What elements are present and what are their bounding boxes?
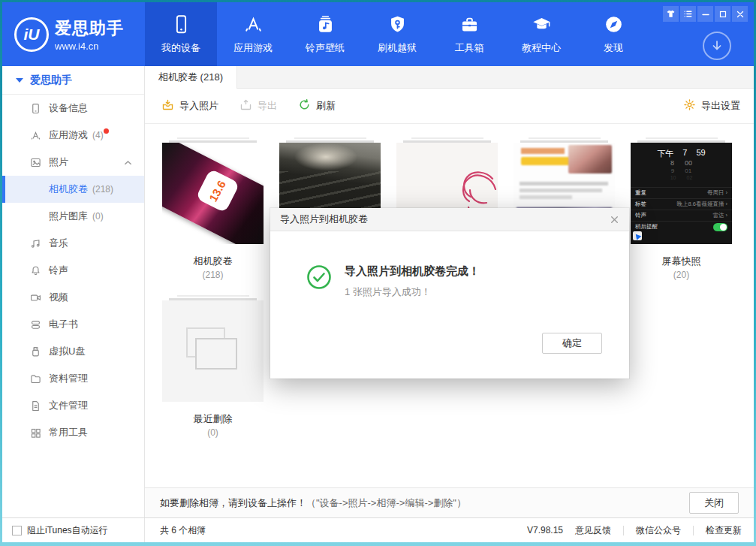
album-recently-deleted[interactable]: 最近删除 (0) [162, 295, 264, 438]
sidebar-item-ringtones[interactable]: 铃声 [2, 257, 144, 284]
status-bar: 阻止iTunes自动运行 共 6 个相簿 V7.98.15 意见反馈 微信公众号… [2, 517, 754, 542]
article-art [568, 145, 612, 173]
nav-discover[interactable]: 发现 [577, 2, 649, 66]
nav-tutorials[interactable]: 教程中心 [505, 2, 577, 66]
sidebar-item-apps-games[interactable]: 应用游戏 (4) [2, 122, 144, 149]
export-button[interactable]: 导出 [239, 98, 277, 113]
sidebar-device-name: 爱思助手 [30, 74, 72, 87]
refresh-label: 刷新 [316, 99, 336, 113]
album-stack-line [294, 137, 366, 139]
notice-close-button[interactable]: 关闭 [689, 492, 739, 514]
app-url: www.i4.cn [55, 41, 124, 52]
nav-label: 应用游戏 [233, 41, 273, 55]
block-itunes-checkbox[interactable]: 阻止iTunes自动运行 [2, 518, 145, 542]
dialog-close-icon[interactable] [610, 215, 619, 225]
sidebar-item-common-tools[interactable]: 常用工具 [2, 419, 144, 446]
sidebar-item-label: 照片图库 [49, 210, 88, 223]
sidebar-item-ebooks[interactable]: 电子书 [2, 311, 144, 338]
dialog-body: 导入照片到相机胶卷完成！ 1 张照片导入成功！ [270, 231, 629, 379]
wechat-link[interactable]: 微信公众号 [636, 524, 681, 537]
tshirt-theme-icon[interactable] [663, 6, 679, 22]
menu-list-icon[interactable] [680, 6, 696, 22]
sidebar-device-header[interactable]: 爱思助手 [2, 66, 144, 95]
sidebar-item-label: 铃声 [49, 264, 68, 277]
nav-label: 刷机越狱 [378, 41, 417, 55]
sidebar-item-photos[interactable]: 照片 [2, 149, 144, 176]
green-check-circle-icon [306, 264, 332, 379]
checkbox-unchecked-icon[interactable] [12, 526, 22, 535]
album-name: 屏幕快照 [631, 255, 732, 266]
sidebar-item-label: 电子书 [49, 318, 78, 331]
sidebar-item-label: 文件管理 [49, 399, 88, 412]
grid-tools-icon [30, 427, 42, 439]
album-screenshots[interactable]: 下午759 800 901 1002 重复每周日 › 标签晚上8.6看薇娅直播 … [631, 137, 732, 280]
nav-my-device[interactable]: 我的设备 [145, 2, 217, 66]
app-window: iU 爱思助手 www.i4.cn 我的设备 应用游戏 [0, 0, 756, 546]
article-art [520, 195, 572, 199]
sidebar-item-count: (0) [92, 211, 104, 222]
sidebar-item-count: (4) [92, 130, 104, 140]
sidebar-item-file-management[interactable]: 文件管理 [2, 392, 144, 419]
album-cover-ios-phone: 13.6 [162, 143, 264, 244]
sidebar-item-label: 虚拟U盘 [49, 345, 85, 358]
sidebar-item-virtual-usb[interactable]: 虚拟U盘 [2, 338, 144, 365]
dialog-title: 导入照片到相机胶卷 [280, 213, 368, 226]
smartphone-icon [171, 14, 191, 35]
sidebar-item-data-management[interactable]: 资料管理 [2, 365, 144, 392]
header: iU 爱思助手 www.i4.cn 我的设备 应用游戏 [2, 2, 754, 66]
feedback-link[interactable]: 意见反馈 [575, 524, 611, 537]
export-settings-label: 导出设置 [701, 99, 740, 113]
notification-badge [104, 128, 109, 134]
sidebar-item-label: 相机胶卷 [49, 183, 88, 196]
sidebar-item-label: 常用工具 [49, 426, 88, 439]
video-icon [30, 292, 42, 303]
album-count: (20) [631, 270, 732, 280]
nav-apps-games[interactable]: 应用游戏 [217, 2, 289, 66]
sidebar-item-count: (218) [92, 184, 113, 195]
window-controls [663, 6, 748, 22]
dialog-message: 导入照片到相机胶卷完成！ [345, 264, 480, 279]
album-name: 相机胶卷 [162, 255, 264, 266]
sidebar-item-videos[interactable]: 视频 [2, 284, 144, 311]
folder-icon [30, 373, 42, 385]
album-stack-line [529, 137, 601, 139]
minimize-icon[interactable] [697, 6, 713, 22]
version-label: V7.98.15 [527, 525, 563, 535]
sidebar-item-music[interactable]: 音乐 [2, 230, 144, 257]
sidebar-item-camera-roll[interactable]: 相机胶卷 (218) [2, 176, 144, 203]
export-label: 导出 [258, 99, 277, 113]
dialog-header: 导入照片到相机胶卷 [270, 208, 629, 231]
nav-ringtones-wallpapers[interactable]: 铃声壁纸 [289, 2, 361, 66]
album-cover-alarm-screenshot: 下午759 800 901 1002 重复每周日 › 标签晚上8.6看薇娅直播 … [631, 143, 732, 244]
sidebar-item-photo-library[interactable]: 照片图库 (0) [2, 203, 144, 230]
nav-label: 铃声壁纸 [306, 41, 345, 55]
compass-icon [604, 14, 624, 35]
shield-key-icon [387, 14, 408, 35]
tab-camera-roll[interactable]: 相机胶卷 (218) [145, 66, 237, 89]
dialog-detail: 1 张照片导入成功！ [345, 285, 480, 299]
appstore-icon [30, 130, 42, 141]
divider [623, 526, 624, 535]
album-count: (218) [162, 270, 264, 280]
nav-flash-jailbreak[interactable]: 刷机越狱 [361, 2, 433, 66]
import-photos-button[interactable]: 导入照片 [161, 98, 218, 113]
article-art [521, 157, 571, 165]
toolbox-icon [459, 14, 480, 35]
album-stack-line [177, 295, 249, 297]
download-center-button[interactable] [703, 32, 731, 60]
dialog-ok-button[interactable]: 确定 [542, 333, 602, 354]
bell-icon [30, 265, 42, 276]
notice-path-hint: （"设备->照片->相簿->编辑->删除"） [306, 496, 466, 510]
sidebar-item-device-info[interactable]: 设备信息 [2, 95, 144, 122]
sidebar-item-label: 音乐 [49, 237, 68, 250]
nav-toolbox[interactable]: 工具箱 [433, 2, 505, 66]
sidebar-item-label: 应用游戏 [49, 128, 88, 142]
check-update-link[interactable]: 检查更新 [706, 524, 742, 537]
sidebar-item-label: 设备信息 [49, 101, 88, 115]
album-count: (0) [162, 427, 264, 438]
album-camera-roll[interactable]: 13.6 相机胶卷 (218) [162, 137, 264, 280]
refresh-button[interactable]: 刷新 [298, 98, 336, 113]
export-settings-button[interactable]: 导出设置 [683, 98, 740, 113]
maximize-icon[interactable] [715, 6, 730, 22]
close-icon[interactable] [732, 6, 748, 22]
